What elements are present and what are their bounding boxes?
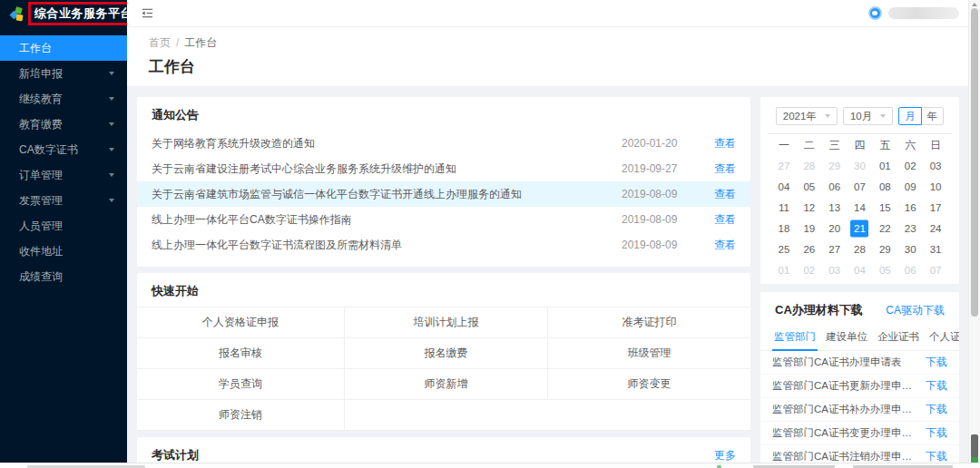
calendar-day[interactable]: 09	[897, 176, 923, 197]
sidebar-item-label: 成绩查询	[19, 269, 63, 285]
calendar-day[interactable]: 31	[923, 239, 948, 259]
exam-plan-more-link[interactable]: 更多	[714, 448, 736, 463]
calendar-day[interactable]: 12	[797, 197, 822, 218]
calendar-month-select[interactable]: 10月	[843, 107, 893, 125]
quickstart-student-query[interactable]: 学员查询	[137, 369, 345, 400]
avatar[interactable]	[868, 6, 882, 20]
logo[interactable]: 综合业务服务平台	[0, 0, 127, 27]
ca-download-link[interactable]: 下载	[926, 402, 947, 417]
calendar-day[interactable]: 24	[923, 218, 948, 239]
chevron-down-icon	[109, 72, 114, 75]
sidebar-item-personnel-management[interactable]: 人员管理	[0, 213, 127, 239]
calendar-day[interactable]: 07	[923, 259, 948, 280]
weekday-label: 二	[797, 136, 822, 155]
ca-download-link[interactable]: 下载	[926, 355, 947, 370]
quickstart-teacher-change[interactable]: 师资变更	[548, 369, 750, 400]
sidebar-item-invoice-management[interactable]: 发票管理	[0, 188, 127, 213]
sidebar-item-workbench[interactable]: 工作台	[0, 35, 127, 61]
calendar-day[interactable]: 18	[771, 218, 797, 239]
calendar-mode-year-button[interactable]: 年	[921, 107, 945, 125]
notice-view-link[interactable]: 查看	[712, 212, 736, 228]
weekday-label: 四	[848, 136, 873, 155]
calendar-day[interactable]: 17	[923, 197, 948, 218]
ca-driver-download-link[interactable]: CA驱动下载	[886, 303, 945, 318]
calendar-day[interactable]: 07	[848, 176, 873, 197]
quickstart-personal-cert-apply[interactable]: 个人资格证申报	[137, 307, 345, 338]
calendar-day[interactable]: 05	[872, 259, 897, 280]
quickstart-registration-review[interactable]: 报名审核	[137, 338, 345, 369]
calendar-day[interactable]: 22	[872, 218, 897, 239]
ca-downloads-title: CA办理材料下载	[775, 302, 863, 318]
sidebar-item-order-management[interactable]: 订单管理	[0, 162, 127, 188]
sidebar-item-new-training-declare[interactable]: 新培申报	[0, 61, 127, 86]
quickstart-admission-ticket-print[interactable]: 准考证打印	[548, 307, 750, 338]
sidebar-item-ca-certificate[interactable]: CA数字证书	[0, 137, 127, 162]
ca-download-row: 监管部门CA证书办理申请表 下载	[760, 351, 959, 375]
calendar-day[interactable]: 06	[897, 259, 923, 280]
ca-download-link[interactable]: 下载	[926, 425, 947, 441]
calendar-day[interactable]: 27	[822, 239, 848, 259]
sidebar-item-shipping-address[interactable]: 收件地址	[0, 239, 127, 264]
calendar-day[interactable]: 26	[797, 239, 822, 259]
sidebar-item-score-query[interactable]: 成绩查询	[0, 264, 127, 289]
notice-text: 线上办理一体化平台CA数字证书操作指南	[152, 212, 611, 228]
calendar-day[interactable]: 27	[771, 155, 797, 176]
calendar-day[interactable]: 10	[923, 176, 948, 197]
calendar-day-selected[interactable]: 21	[848, 218, 873, 239]
ca-download-link[interactable]: 下载	[926, 378, 947, 394]
calendar-day[interactable]: 01	[771, 259, 797, 280]
calendar-day[interactable]: 28	[848, 239, 873, 259]
calendar-day[interactable]: 19	[797, 218, 822, 239]
calendar-day[interactable]: 03	[923, 155, 948, 176]
calendar-day[interactable]: 01	[872, 155, 897, 176]
calendar-day[interactable]: 03	[822, 259, 848, 280]
quickstart-teacher-add[interactable]: 师资新增	[345, 369, 548, 400]
calendar-day[interactable]: 02	[897, 155, 923, 176]
ca-tab-enterprise-cert[interactable]: 企业证书	[876, 326, 921, 350]
quickstart-teacher-cancel[interactable]: 师资注销	[137, 400, 345, 431]
calendar-day[interactable]: 29	[872, 239, 897, 259]
sidebar-item-continuing-education[interactable]: 继续教育	[0, 86, 127, 112]
calendar-day[interactable]: 28	[797, 155, 822, 176]
notice-view-link[interactable]: 查看	[712, 238, 736, 253]
quickstart-class-management[interactable]: 班级管理	[548, 338, 750, 369]
ca-tab-regulator[interactable]: 监管部门	[772, 326, 818, 350]
sidebar-item-education-payment[interactable]: 教育缴费	[0, 112, 127, 137]
scrollbar-up-arrow-icon[interactable]	[972, 3, 977, 6]
quick-start-card: 快速开始 个人资格证申报 培训计划上报 准考证打印 报名审核 报名缴费 班级管理…	[137, 273, 750, 431]
notice-view-link[interactable]: 查看	[712, 187, 736, 202]
calendar-day[interactable]: 15	[872, 197, 897, 218]
notice-row: 关于云南省建设注册考试中心综合业务服务系统升级维护的通知 2019-09-27 …	[137, 156, 750, 181]
calendar-day[interactable]: 30	[897, 239, 923, 259]
calendar-day[interactable]: 08	[872, 176, 897, 197]
calendar-day[interactable]: 25	[771, 239, 797, 259]
calendar-mode-month-button[interactable]: 月	[898, 107, 922, 125]
calendar-day[interactable]: 30	[848, 155, 873, 176]
calendar-day[interactable]: 20	[822, 218, 848, 239]
ca-tab-personal-cert[interactable]: 个人证书	[927, 326, 959, 350]
redacted-username[interactable]	[888, 7, 959, 19]
calendar-day[interactable]: 16	[897, 197, 923, 218]
calendar-day[interactable]: 02	[797, 259, 822, 280]
scrollbar-thumb[interactable]	[971, 8, 978, 317]
calendar-day[interactable]: 13	[822, 197, 848, 218]
breadcrumb-home[interactable]: 首页	[149, 36, 171, 49]
calendar-day[interactable]: 04	[771, 176, 797, 197]
quickstart-training-plan-report[interactable]: 培训计划上报	[345, 307, 548, 338]
calendar-day[interactable]: 29	[822, 155, 848, 176]
calendar-year-select[interactable]: 2021年	[776, 107, 838, 125]
calendar-day[interactable]: 23	[897, 218, 923, 239]
calendar-day[interactable]: 14	[848, 197, 873, 218]
menu-fold-icon[interactable]	[141, 7, 154, 19]
ca-item-name: 监管部门CA证书补办办理申请表	[772, 403, 918, 416]
calendar-day[interactable]: 11	[771, 197, 797, 218]
calendar-day[interactable]: 06	[822, 176, 848, 197]
quickstart-registration-payment[interactable]: 报名缴费	[345, 338, 548, 369]
calendar-day[interactable]: 05	[797, 176, 822, 197]
calendar-day[interactable]: 04	[848, 259, 873, 280]
ca-downloads-card: CA办理材料下载 CA驱动下载 监管部门 建设单位 企业证书 个人证书 监管部门…	[760, 292, 959, 468]
notice-view-link[interactable]: 查看	[712, 136, 736, 151]
content: 通知公告 关于网络教育系统升级改造的通知 2020-01-20 查看 关于云南省…	[127, 86, 980, 468]
notice-view-link[interactable]: 查看	[712, 161, 736, 177]
ca-tab-construction-unit[interactable]: 建设单位	[824, 326, 869, 350]
